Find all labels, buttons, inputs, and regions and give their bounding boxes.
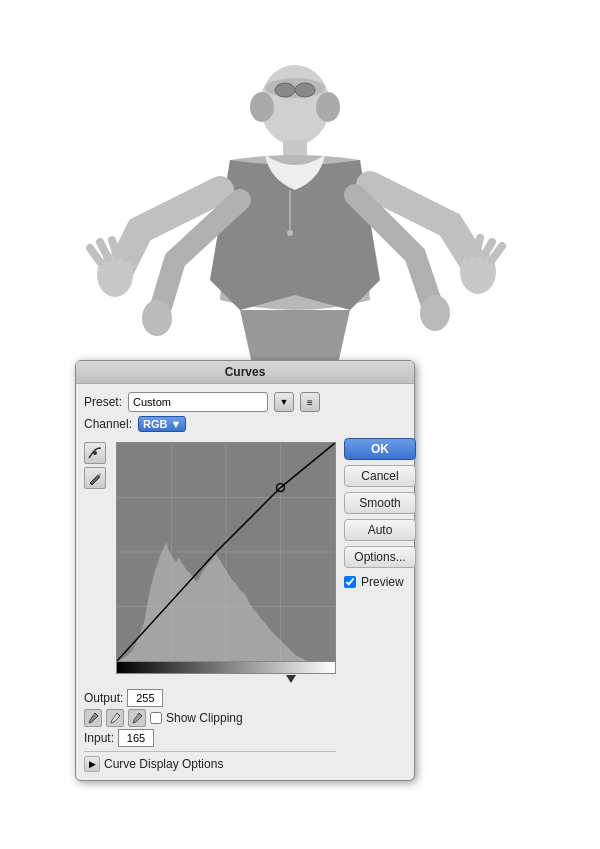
preset-menu-btn[interactable]: ≡ [300, 392, 320, 412]
pencil-draw-icon [88, 471, 102, 485]
curve-display-options-row: ▶ Curve Display Options [84, 751, 336, 772]
dialog-body: Preset: Custom ▼ ≡ Channel: RGB ▼ [76, 384, 414, 780]
curve-canvas[interactable] [116, 442, 336, 662]
cancel-button[interactable]: Cancel [344, 465, 416, 487]
channel-row: Channel: RGB ▼ [84, 416, 406, 432]
input-label: Input: [84, 731, 114, 745]
preview-row: Preview [344, 575, 416, 589]
channel-select[interactable]: RGB ▼ [138, 416, 186, 432]
svg-line-17 [468, 240, 470, 256]
options-button[interactable]: Options... [344, 546, 416, 568]
main-content: Output: 255 [84, 438, 406, 772]
eyedropper-icon [87, 712, 99, 724]
auto-button[interactable]: Auto [344, 519, 416, 541]
show-clipping-checkbox[interactable] [150, 712, 162, 724]
svg-line-11 [112, 240, 117, 256]
curve-tools [84, 442, 106, 689]
svg-point-28 [93, 451, 97, 455]
right-panel: OK Cancel Smooth Auto Options... Preview [344, 438, 416, 772]
input-value-row: Input: 165 [84, 729, 336, 747]
input-row: Show Clipping [84, 709, 336, 727]
svg-point-27 [287, 230, 293, 236]
ok-button[interactable]: OK [344, 438, 416, 460]
show-clipping-label: Show Clipping [166, 711, 243, 725]
dropdown-arrow-icon: ▼ [280, 397, 289, 407]
histogram-svg [117, 443, 335, 661]
svg-point-18 [142, 300, 172, 336]
dialog-titlebar: Curves [76, 361, 414, 384]
svg-line-16 [476, 238, 480, 254]
output-row: Output: 255 [84, 689, 336, 707]
curves-dialog: Curves Preset: Custom ▼ ≡ Channel: RGB ▼ [75, 360, 415, 781]
preview-checkbox[interactable] [344, 576, 356, 588]
sample-tool-3[interactable] [128, 709, 146, 727]
preset-dropdown-btn[interactable]: ▼ [274, 392, 294, 412]
curve-pencil-tool[interactable] [84, 467, 106, 489]
dialog-title: Curves [225, 365, 266, 379]
menu-icon: ≡ [307, 397, 313, 408]
gradient-strip [116, 662, 336, 674]
preset-select[interactable]: Custom [128, 392, 268, 412]
preview-label: Preview [361, 575, 404, 589]
input-input[interactable]: 165 [118, 729, 154, 747]
preset-label: Preset: [84, 395, 122, 409]
svg-point-5 [250, 92, 274, 122]
channel-value: RGB [143, 418, 167, 430]
output-label: Output: [84, 691, 123, 705]
sample-tool-1[interactable] [84, 709, 102, 727]
curve-point-icon [88, 446, 102, 460]
svg-point-19 [420, 295, 450, 331]
curve-point-tool[interactable] [84, 442, 106, 464]
curve-display-label: Curve Display Options [104, 757, 223, 771]
curve-area [84, 442, 336, 689]
left-panel: Output: 255 [84, 438, 336, 772]
eyedropper-gray-icon [131, 712, 143, 724]
preset-row: Preset: Custom ▼ ≡ [84, 392, 406, 412]
svg-point-4 [295, 83, 315, 97]
output-input[interactable]: 255 [127, 689, 163, 707]
eyedropper-white-icon [109, 712, 121, 724]
input-slider-triangle[interactable] [286, 675, 296, 683]
svg-line-12 [124, 242, 126, 258]
svg-point-3 [275, 83, 295, 97]
channel-label: Channel: [84, 417, 132, 431]
sample-tool-2[interactable] [106, 709, 124, 727]
smooth-button[interactable]: Smooth [344, 492, 416, 514]
curve-display-toggle[interactable]: ▶ [84, 756, 100, 772]
channel-arrow-icon: ▼ [171, 418, 182, 430]
svg-point-6 [316, 92, 340, 122]
